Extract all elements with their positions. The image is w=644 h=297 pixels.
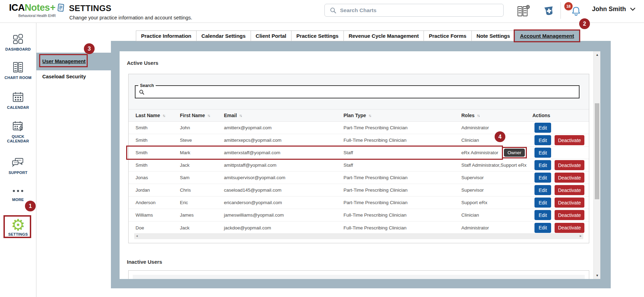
deactivate-button[interactable]: Deactivate [555,173,584,183]
search-icon [330,7,337,14]
cell-plan-type: Full-Time Prescribing Clinician [343,138,461,143]
search-charts-box[interactable]: Search Charts [324,4,504,17]
table-row: Doe Jack jackdoe@yopmail.com Full-Time P… [129,221,589,234]
scroll-down-arrow-icon[interactable]: ▼ [594,274,601,277]
top-bar: ICANotes+ Behavioral Health EHR SETTINGS… [0,0,644,23]
edit-button[interactable]: Edit [534,123,551,133]
user-name: John Smith [592,6,626,13]
main-sidebar: DASHBOARD CHART ROOM CALENDAR QUICK CALE… [0,23,36,297]
sidebar-item-more[interactable]: MORE [0,190,36,202]
account-management-panel: Active Users Search Last Name↑↓ [111,41,611,288]
edit-button[interactable]: Edit [534,198,551,208]
tab-client-portal[interactable]: Client Portal [251,30,291,41]
cell-last-name: Smith [129,150,180,155]
chart-cabinet-add-icon[interactable] [516,5,530,18]
sort-icon[interactable]: ↑↓ [368,113,371,117]
cell-roles: Staff Administrator,Support eRx [461,163,532,168]
table-row: Williams James jameswilliams@yopmail.com… [129,209,589,221]
sort-icon[interactable]: ↑↓ [239,113,242,117]
edit-button[interactable]: Edit [534,148,551,158]
cell-last-name: Jonas [129,175,180,180]
deactivate-button[interactable]: Deactivate [555,185,584,195]
subnav-item-caseload-security[interactable]: Caseload Security [42,74,86,79]
tab-practice-forms[interactable]: Practice Forms [424,30,471,41]
page-title: SETTINGS [69,3,111,13]
cell-plan-type: Staff [343,150,461,155]
cell-roles: Administrator [461,225,532,230]
tab-practice-information[interactable]: Practice Information [136,30,197,41]
topbar-divider [560,2,561,19]
roles-text: Support eRx [461,200,487,205]
notifications-bell[interactable]: 18 [570,5,582,17]
roles-text: Clinician [461,212,479,218]
sidebar-item-support[interactable]: SUPPORT [0,157,36,175]
cell-email: caseload145@yopmail.com [224,187,343,193]
deactivate-button[interactable]: Deactivate [555,198,584,208]
tab-calendar-settings[interactable]: Calendar Settings [196,30,251,41]
icanotes-logo[interactable]: ICANotes+ Behavioral Health EHR [9,2,65,18]
sidebar-item-label: CALENDAR [0,105,36,110]
cell-plan-type: Full-Time Prescribing Clinician [343,225,461,230]
user-search-input[interactable] [147,89,579,96]
sidebar-item-chart-room[interactable]: CHART ROOM [0,61,36,80]
cell-email: amitterx@yopmail.com [224,125,343,130]
cell-actions: Edit [532,148,589,158]
horizontal-scrollbar[interactable]: ◂ ▸ [134,233,583,239]
scroll-right-arrow-icon[interactable]: ▸ [580,234,582,238]
cell-last-name: Jordan [129,187,180,193]
deactivate-button[interactable]: Deactivate [555,135,584,145]
cell-last-name: Smith [129,163,180,168]
settings-gear-icon: ⚙ [11,216,25,234]
cell-plan-type: Part-Time Prescribing Clinician [343,187,461,193]
support-chat-icon [0,157,36,168]
active-users-heading: Active Users [127,60,158,66]
sort-icon[interactable]: ↑↓ [207,113,210,117]
inactive-users-search-area [133,275,585,279]
user-menu[interactable]: John Smith [592,6,635,13]
cell-actions: Edit Deactivate [532,198,589,208]
deactivate-button[interactable]: Deactivate [555,210,584,220]
edit-button[interactable]: Edit [534,160,551,170]
active-users-table-container: Search Last Name↑↓ First Name↑↓ Email↑↓ … [128,74,589,243]
cell-plan-type: Part-Time Prescribing Clinician [343,175,461,180]
logo-wordmark: ICANotes+ [9,2,65,13]
scrollbar-thumb[interactable] [595,103,599,199]
search-charts-placeholder: Search Charts [340,7,376,14]
edit-button[interactable]: Edit [534,223,551,233]
scroll-up-arrow-icon[interactable]: ▲ [594,53,601,56]
cell-first-name: James [180,212,224,218]
cell-email: jameswilliams@yopmail.com [224,212,343,218]
tab-account-management[interactable]: Account Management [515,30,579,41]
sidebar-item-calendar[interactable]: CALENDAR [0,91,36,110]
scroll-left-arrow-icon[interactable]: ◂ [136,234,138,238]
table-header-row: Last Name↑↓ First Name↑↓ Email↑↓ Plan Ty… [129,109,589,122]
roles-text: Staff Administrator,Support eRx [461,163,526,168]
logo-ica: ICA [9,2,25,13]
tab-practice-settings[interactable]: Practice Settings [291,30,344,41]
sidebar-item-dashboard[interactable]: DASHBOARD [0,33,36,52]
deactivate-button[interactable]: Deactivate [555,223,584,233]
edit-button[interactable]: Edit [534,135,551,145]
roles-text: Supervisor [461,175,484,180]
sort-icon[interactable]: ↑↓ [163,113,165,117]
cell-first-name: Jack [180,163,224,168]
sort-icon[interactable]: ↑↓ [477,113,479,117]
cell-first-name: Jack [180,225,224,230]
tab-revenue-cycle-management[interactable]: Revenue Cycle Management [343,30,424,41]
pharmacy-icon[interactable] [543,4,555,17]
sidebar-item-settings[interactable]: ⚙ SETTINGS [0,218,36,237]
deactivate-button[interactable]: Deactivate [555,160,584,170]
column-header-email: Email↑↓ [224,113,343,118]
cell-first-name: Chris [180,187,224,193]
cell-email: jackdoe@yopmail.com [224,225,343,230]
sidebar-item-quick-calendar[interactable]: QUICK CALENDAR [0,120,36,143]
edit-button[interactable]: Edit [534,185,551,195]
cell-actions: Edit Deactivate [532,173,589,183]
tab-note-settings[interactable]: Note Settings [471,30,515,41]
edit-button[interactable]: Edit [534,210,551,220]
card-vertical-scrollbar[interactable]: ▲ ▼ [593,51,600,279]
table-row: Smith Jack amittpstaff@yopmail.com Staff… [129,159,589,172]
dashboard-icon [0,33,36,45]
edit-button[interactable]: Edit [534,173,551,183]
subnav-item-user-management[interactable]: User Management [42,59,86,64]
